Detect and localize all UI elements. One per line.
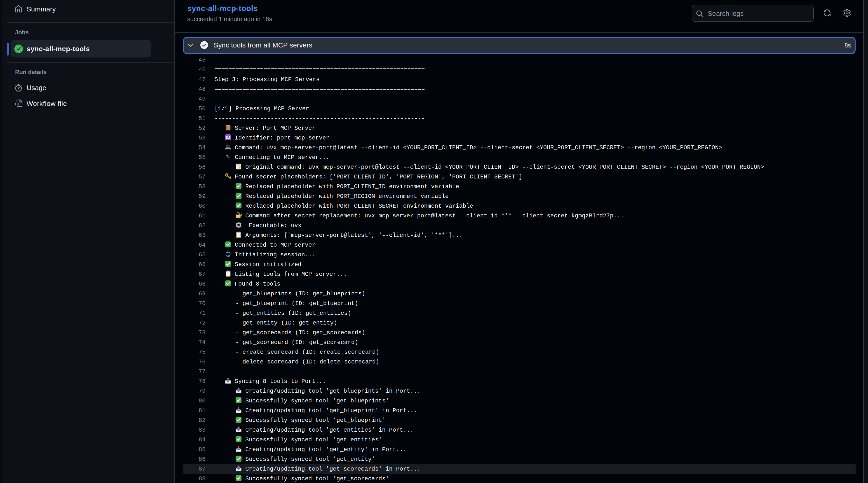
svg-text:ID: ID (226, 135, 230, 140)
